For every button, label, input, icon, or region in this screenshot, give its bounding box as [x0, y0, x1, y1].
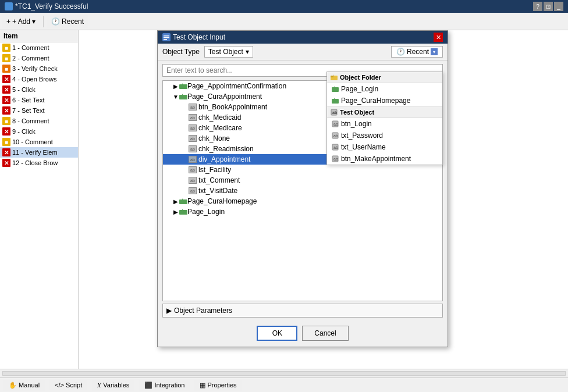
help-button[interactable]: ? — [533, 2, 542, 11]
recent-obj-item-1[interactable]: ab btn_Login — [327, 118, 442, 130]
comment-icon-8: ■ — [2, 117, 10, 125]
set-text-icon-6: ✕ — [2, 96, 10, 104]
object-parameters-section[interactable]: ▶ Object Parameters — [162, 304, 443, 318]
object-icon: ab — [189, 177, 197, 184]
spacer — [182, 104, 189, 111]
cancel-button[interactable]: Cancel — [302, 326, 348, 341]
recent-obj-item-3[interactable]: ab txt_UserName — [327, 141, 442, 153]
object-icon: ab — [189, 114, 197, 121]
dialog-icon — [162, 33, 171, 41]
folder-icon — [179, 83, 187, 90]
tree-item-lst-facility[interactable]: ab lst_Facility — [163, 165, 442, 175]
tree-item-txt-comment[interactable]: ab txt_Comment — [163, 175, 442, 186]
list-item[interactable]: ✕ 12 - Close Brow — [0, 158, 78, 168]
folder-icon-open — [179, 93, 187, 100]
list-item[interactable]: ■ 10 - Comment — [0, 137, 78, 147]
list-item[interactable]: ✕ 4 - Open Brows — [0, 74, 78, 84]
recent-folder-item-2[interactable]: Page_CuraHomepage — [327, 95, 442, 106]
test-object-label: Test Object — [340, 109, 374, 116]
minimize-button[interactable]: _ — [554, 2, 563, 11]
add-icon: + — [6, 17, 10, 26]
object-parameters-header: ▶ Object Parameters — [166, 307, 439, 315]
svg-rect-25 — [179, 199, 187, 204]
click-icon-9: ✕ — [2, 127, 10, 136]
comment-icon-2: ■ — [2, 54, 10, 62]
object-icon: ab — [189, 124, 197, 131]
spacer — [182, 124, 189, 131]
title-bar-buttons: ? ⊡ _ — [533, 2, 563, 11]
recent-obj-item-2[interactable]: ab txt_Password — [327, 130, 442, 141]
tab-properties[interactable]: ▦ Properties — [194, 380, 242, 391]
svg-rect-27 — [179, 210, 187, 215]
scroll-track[interactable] — [2, 371, 566, 376]
tab-variables[interactable]: 𝑋 Variables — [92, 380, 134, 391]
svg-text:ab: ab — [333, 157, 338, 161]
folder-icon — [179, 208, 187, 215]
recent-dropdown-button[interactable]: 🕐 Recent ▾ — [391, 46, 443, 58]
svg-text:ab: ab — [333, 134, 338, 138]
dialog-close-button[interactable]: ✕ — [434, 33, 443, 42]
svg-rect-5 — [331, 76, 333, 77]
list-item[interactable]: ✕ 6 - Set Text — [0, 95, 78, 105]
svg-text:ab: ab — [333, 122, 338, 126]
svg-rect-2 — [164, 37, 169, 38]
add-button[interactable]: + + Add ▾ — [2, 15, 40, 28]
expand-icon[interactable]: ▶ — [172, 208, 179, 215]
tree-item-txt-visitdate[interactable]: ab txt_VisitDate — [163, 186, 442, 196]
svg-marker-24 — [179, 94, 183, 95]
svg-marker-28 — [179, 209, 183, 210]
list-item[interactable]: ✕ 9 - Click — [0, 126, 78, 137]
dialog-buttons: OK Cancel — [158, 320, 448, 347]
list-item[interactable]: ■ 3 - Verify Check — [0, 63, 78, 74]
svg-marker-6 — [331, 74, 333, 76]
spacer — [182, 166, 189, 173]
object-icon: ab — [189, 135, 197, 142]
toolbar: + + Add ▾ 🕐 Recent — [0, 13, 568, 30]
title-bar: *TC1_Verify Successful ? ⊡ _ — [0, 0, 568, 13]
tree-item-page-login[interactable]: ▶ Page_Login — [163, 206, 442, 217]
svg-rect-23 — [179, 95, 187, 99]
expand-icon[interactable]: ▼ — [172, 93, 179, 100]
svg-marker-26 — [179, 198, 183, 199]
object-icon: ab — [189, 145, 197, 152]
main-area: Test Object Input ✕ Object Type Test Obj… — [79, 30, 568, 369]
recent-button[interactable]: 🕐 Recent — [47, 15, 88, 28]
left-panel: Item ■ 1 - Comment ■ 2 - Comment ■ 3 - V… — [0, 30, 79, 369]
list-item[interactable]: ✕ 7 - Set Text — [0, 105, 78, 116]
list-item[interactable]: ■ 8 - Comment — [0, 116, 78, 126]
svg-marker-8 — [332, 86, 335, 87]
svg-marker-22 — [179, 83, 183, 84]
expand-icon[interactable]: ▶ — [172, 198, 179, 205]
object-icon: ab — [189, 156, 197, 163]
comment-icon-10: ■ — [2, 138, 10, 146]
object-icon: ab — [189, 187, 197, 194]
test-object-section: ab Test Object — [327, 106, 442, 118]
object-folder-label: Object Folder — [340, 74, 381, 81]
restore-button[interactable]: ⊡ — [544, 2, 553, 11]
recent-obj-item-4[interactable]: ab btn_MakeAppointment — [327, 153, 442, 165]
list-item[interactable]: ✕ 5 - Click — [0, 84, 78, 95]
spacer — [182, 145, 189, 152]
spacer — [182, 114, 189, 121]
svg-rect-9 — [332, 99, 339, 104]
window-title: *TC1_Verify Successful — [15, 2, 533, 10]
open-icon-4: ✕ — [2, 75, 10, 83]
manual-icon: ✋ — [9, 382, 17, 389]
variables-icon: 𝑋 — [97, 382, 101, 389]
horizontal-scrollbar[interactable] — [0, 369, 568, 377]
object-type-select[interactable]: Test Object ▾ — [204, 46, 253, 58]
tab-integration[interactable]: ⬛ Integration — [139, 380, 190, 391]
recent-folder-item-1[interactable]: Page_Login — [327, 83, 442, 95]
tree-item-cura-homepage[interactable]: ▶ Page_CuraHomepage — [163, 196, 442, 206]
expand-icon[interactable]: ▶ — [172, 83, 179, 90]
tab-script[interactable]: </> Script — [49, 380, 87, 390]
close-icon-12: ✕ — [2, 159, 10, 167]
dialog-toolbar: Object Type Test Object ▾ 🕐 Recent ▾ — [158, 44, 448, 60]
clock-icon: 🕐 — [396, 48, 405, 56]
dialog-title-text: Test Object Input — [173, 33, 434, 41]
ok-button[interactable]: OK — [257, 326, 297, 341]
list-item[interactable]: ■ 2 - Comment — [0, 53, 78, 63]
list-item[interactable]: ■ 1 - Comment — [0, 42, 78, 53]
tab-manual[interactable]: ✋ Manual — [3, 380, 45, 391]
list-item[interactable]: ✕ 11 - Verify Elem — [0, 147, 78, 158]
